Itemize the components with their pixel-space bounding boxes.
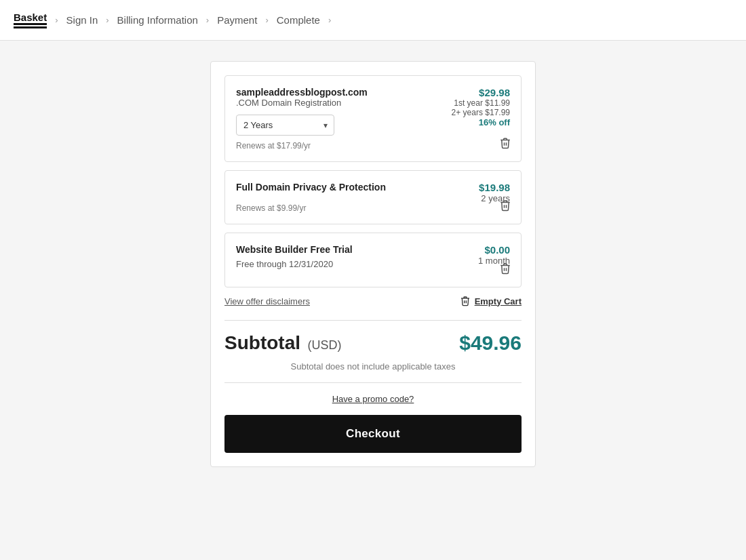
- trash-icon: [499, 199, 511, 212]
- breadcrumb: Basket › Sign In › Billing Information ›…: [0, 0, 746, 41]
- chevron-icon-1: ›: [55, 15, 58, 25]
- breadcrumb-basket[interactable]: Basket: [14, 12, 47, 25]
- view-disclaimers-button[interactable]: View offer disclaimers: [224, 296, 310, 306]
- chevron-icon-2: ›: [106, 15, 109, 25]
- breadcrumb-billing[interactable]: Billing Information: [117, 14, 198, 26]
- breadcrumb-payment[interactable]: Payment: [217, 14, 257, 26]
- chevron-icon-4: ›: [265, 15, 268, 25]
- promo-code-button[interactable]: Have a promo code?: [224, 394, 522, 404]
- cart-icon: [460, 296, 471, 306]
- delete-builder-button[interactable]: [498, 261, 513, 279]
- domain-item-name: sampleaddressblogpost.com: [236, 87, 452, 98]
- breadcrumb-signin[interactable]: Sign In: [66, 14, 98, 26]
- chevron-icon-3: ›: [206, 15, 209, 25]
- subtotal-currency: (USD): [307, 338, 341, 352]
- privacy-renew-text: Renews at $9.99/yr: [236, 203, 479, 213]
- divider-2: [224, 382, 522, 383]
- empty-cart-button[interactable]: Empty Cart: [460, 296, 522, 306]
- builder-item-subtitle: Free through 12/31/2020: [236, 259, 478, 269]
- subtotal-row: Subtotal (USD) $49.96: [224, 332, 522, 355]
- cart-actions: View offer disclaimers Empty Cart: [224, 296, 522, 306]
- cart-item-privacy: Full Domain Privacy & Protection Renews …: [224, 170, 522, 224]
- subtotal-label: Subtotal: [224, 332, 300, 353]
- breadcrumb-complete[interactable]: Complete: [277, 14, 320, 26]
- subtotal-amount: $49.96: [459, 332, 522, 355]
- privacy-price: $19.98: [479, 182, 510, 193]
- delete-privacy-button[interactable]: [498, 198, 513, 216]
- domain-price-detail-2: 2+ years $17.99: [452, 108, 510, 117]
- delete-domain-button[interactable]: [498, 136, 513, 153]
- divider: [224, 320, 522, 321]
- tax-note: Subtotal does not include applicable tax…: [224, 361, 522, 372]
- trash-icon: [499, 262, 511, 275]
- checkout-button[interactable]: Checkout: [224, 415, 522, 453]
- duration-select[interactable]: 1 Year 2 Years 3 Years 5 Years 10 Years: [236, 115, 334, 136]
- builder-price: $0.00: [478, 244, 510, 256]
- cart-item-builder: Website Builder Free Trial Free through …: [224, 233, 522, 287]
- duration-select-wrapper[interactable]: 1 Year 2 Years 3 Years 5 Years 10 Years …: [236, 115, 334, 136]
- cart-item-domain: sampleaddressblogpost.com .COM Domain Re…: [224, 75, 522, 162]
- cart-container: sampleaddressblogpost.com .COM Domain Re…: [210, 61, 536, 467]
- domain-renew-text: Renews at $17.99/yr: [236, 141, 452, 151]
- domain-price-detail-1: 1st year $11.99: [452, 98, 510, 108]
- domain-item-subtitle: .COM Domain Registration: [236, 98, 452, 108]
- main-content: sampleaddressblogpost.com .COM Domain Re…: [0, 41, 746, 487]
- domain-price: $29.98: [452, 87, 510, 98]
- privacy-item-name: Full Domain Privacy & Protection: [236, 182, 479, 193]
- builder-item-name: Website Builder Free Trial: [236, 244, 478, 255]
- trash-icon: [499, 137, 511, 149]
- domain-discount: 16% off: [452, 117, 510, 127]
- chevron-icon-5: ›: [328, 15, 331, 25]
